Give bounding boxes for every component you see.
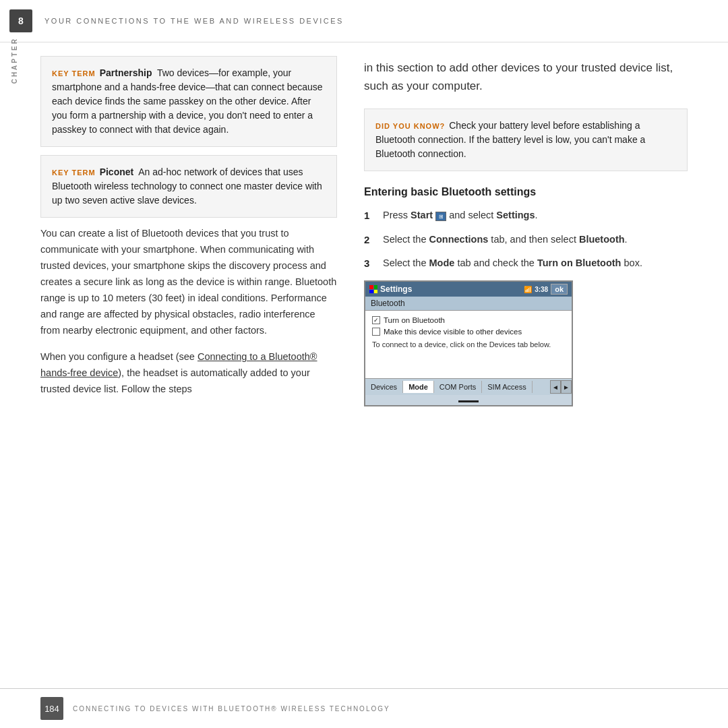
key-term-label-1: KEY TERM (52, 69, 96, 78)
screen-checkbox-row-1: ✓ Turn on Bluetooth (372, 316, 565, 324)
top-title: YOUR CONNECTIONS TO THE WEB AND WIRELESS… (44, 17, 344, 25)
key-term-title-1: Partnership (100, 67, 152, 78)
step-2: 2 Select the Connections tab, and then s… (364, 232, 688, 247)
screen-checkbox-1[interactable]: ✓ (372, 316, 380, 324)
screen-ok-button[interactable]: ok (551, 284, 568, 295)
key-term-label-2: KEY TERM (52, 169, 96, 177)
section-heading: Entering basic Bluetooth settings (364, 186, 688, 198)
screen-subtitle: Bluetooth (365, 297, 572, 311)
left-column: KEY TERMPartnership Two devices—for exam… (40, 56, 337, 690)
windows-logo (369, 285, 377, 293)
did-you-know-label: DID YOU KNOW? (375, 122, 445, 130)
step-2-num: 2 (364, 232, 376, 247)
steps-list: 1 Press Start ⊞ and select Settings. 2 S… (364, 208, 688, 271)
step-2-text: Select the Connections tab, and then sel… (383, 232, 628, 247)
screen-checkbox-2[interactable] (372, 328, 380, 336)
key-term-box-2: KEY TERMPiconet An ad-hoc network of dev… (40, 155, 337, 218)
screen-bottom-icon: ▬▬▬ (458, 396, 479, 404)
main-content: KEY TERMPartnership Two devices—for exam… (0, 42, 728, 703)
footer-page-num: 184 (40, 697, 63, 720)
body-text-2: When you configure a headset (see Connec… (40, 349, 337, 398)
screen-signal-icon: 📶 (524, 286, 532, 293)
screen-tab-devices[interactable]: Devices (365, 381, 403, 393)
right-intro: in this section to add other devices to … (364, 56, 688, 95)
right-column: in this section to add other devices to … (364, 56, 688, 690)
screen-checkbox-row-2: Make this device visible to other device… (372, 328, 565, 336)
screen-title: Settings (380, 284, 412, 294)
step-1-num: 1 (364, 208, 376, 223)
screen-tab-simaccess[interactable]: SIM Access (482, 381, 532, 393)
screen-info-text: To connect to a device, click on the Dev… (372, 340, 565, 350)
key-term-def-1: Two devices—for example, your smartphone… (52, 67, 323, 135)
screen-checkbox-2-label: Make this device visible to other device… (384, 328, 522, 336)
body-text-1: You can create a list of Bluetooth devic… (40, 226, 337, 338)
chapter-label: CHAPTER (11, 37, 18, 84)
screen-titlebar-icons: 📶 3:38 ok (524, 284, 568, 295)
screen-checkbox-1-label: Turn on Bluetooth (384, 316, 445, 324)
key-term-title-2: Piconet (100, 166, 134, 177)
step-1: 1 Press Start ⊞ and select Settings. (364, 208, 688, 223)
footer-title: CONNECTING TO DEVICES WITH BLUETOOTH® WI… (73, 705, 390, 712)
footer: 184 CONNECTING TO DEVICES WITH BLUETOOTH… (0, 688, 728, 728)
screen-time: 3:38 (535, 286, 548, 293)
screen-tab-comports[interactable]: COM Ports (434, 381, 482, 393)
step-1-text: Press Start ⊞ and select Settings. (383, 208, 538, 223)
body-text-2-before: When you configure a headset (see (40, 351, 198, 362)
screen-bottom-bar: ▬▬▬ (365, 395, 572, 405)
step-3-text: Select the Mode tab and check the Turn o… (383, 255, 642, 271)
screen-mockup: Settings 📶 3:38 ok Bluetooth ✓ Turn on B… (364, 280, 573, 406)
chapter-badge: 8 (9, 9, 32, 32)
screen-body: ✓ Turn on Bluetooth Make this device vis… (365, 311, 572, 378)
screen-titlebar-logo: Settings (369, 284, 412, 294)
screen-nav-prev[interactable]: ◄ (550, 380, 561, 394)
step-3: 3 Select the Mode tab and check the Turn… (364, 255, 688, 271)
start-icon: ⊞ (435, 212, 446, 221)
screen-tab-mode[interactable]: Mode (403, 381, 434, 393)
screen-titlebar: Settings 📶 3:38 ok (365, 282, 572, 297)
top-bar: 8 YOUR CONNECTIONS TO THE WEB AND WIRELE… (0, 0, 728, 42)
screen-nav-btns: ◄ ► (550, 380, 572, 394)
did-you-know-box: DID YOU KNOW?Check your battery level be… (364, 109, 688, 171)
screen-nav-next[interactable]: ► (561, 380, 572, 394)
step-3-num: 3 (364, 255, 376, 271)
screen-tabs: Devices Mode COM Ports SIM Access ◄ ► (365, 378, 572, 395)
key-term-box-1: KEY TERMPartnership Two devices—for exam… (40, 56, 337, 147)
